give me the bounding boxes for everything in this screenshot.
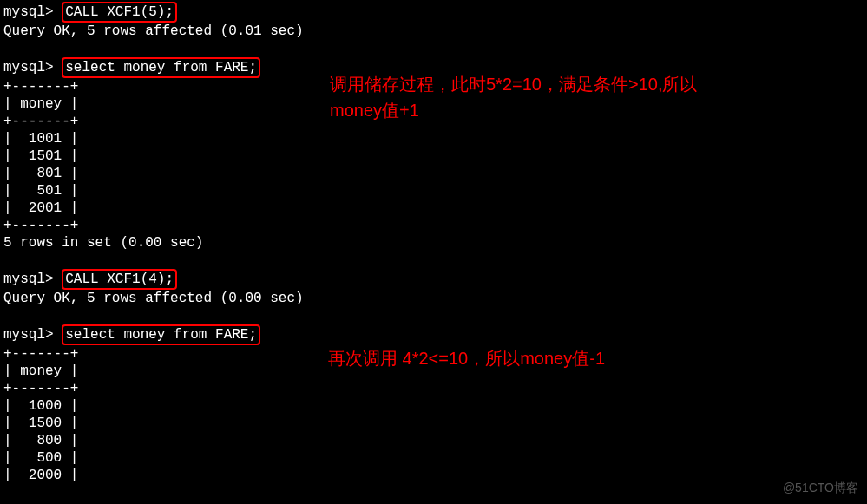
blank-line [0, 307, 867, 324]
table-divider: +-------+ [0, 217, 867, 234]
table-row: | 1500 | [0, 415, 867, 432]
table-row: | 1000 | [0, 397, 867, 415]
query-result-3: Query OK, 5 rows affected (0.00 sec) [0, 290, 867, 307]
annotation-1-line-1: 调用储存过程，此时5*2=10，满足条件>10,所以 [330, 71, 697, 97]
terminal-line: mysql> CALL XCF1(4); [0, 269, 867, 290]
table-footer: 5 rows in set (0.00 sec) [0, 234, 867, 252]
blank-line [0, 40, 867, 57]
table-row: | 801 | [0, 165, 867, 182]
table-row: | 1001 | [0, 130, 867, 147]
table-row: | 1501 | [0, 147, 867, 165]
watermark: @51CTO博客 [783, 481, 858, 496]
blank-line [0, 252, 867, 269]
mysql-prompt: mysql> [3, 60, 54, 75]
terminal-line: mysql> CALL XCF1(5); [0, 2, 867, 23]
table-row: | 2001 | [0, 200, 867, 217]
table-row: | 800 | [0, 432, 867, 449]
command-highlight-4: select money from FARE; [62, 324, 260, 345]
mysql-prompt: mysql> [3, 327, 54, 343]
mysql-prompt: mysql> [3, 4, 54, 20]
annotation-2: 再次调用 4*2<=10，所以money值-1 [328, 345, 605, 371]
table-divider: +-------+ [0, 380, 867, 397]
query-result-1: Query OK, 5 rows affected (0.01 sec) [0, 23, 867, 40]
annotation-1: 调用储存过程，此时5*2=10，满足条件>10,所以 money值+1 [330, 71, 697, 123]
command-highlight-2: select money from FARE; [62, 57, 260, 78]
table-row: | 501 | [0, 182, 867, 200]
terminal-line: mysql> select money from FARE; [0, 324, 867, 345]
mysql-prompt: mysql> [3, 272, 54, 287]
table-row: | 2000 | [0, 467, 867, 484]
command-highlight-3: CALL XCF1(4); [62, 269, 177, 290]
command-highlight-1: CALL XCF1(5); [62, 2, 177, 23]
annotation-1-line-2: money值+1 [330, 97, 697, 123]
table-row: | 500 | [0, 449, 867, 467]
